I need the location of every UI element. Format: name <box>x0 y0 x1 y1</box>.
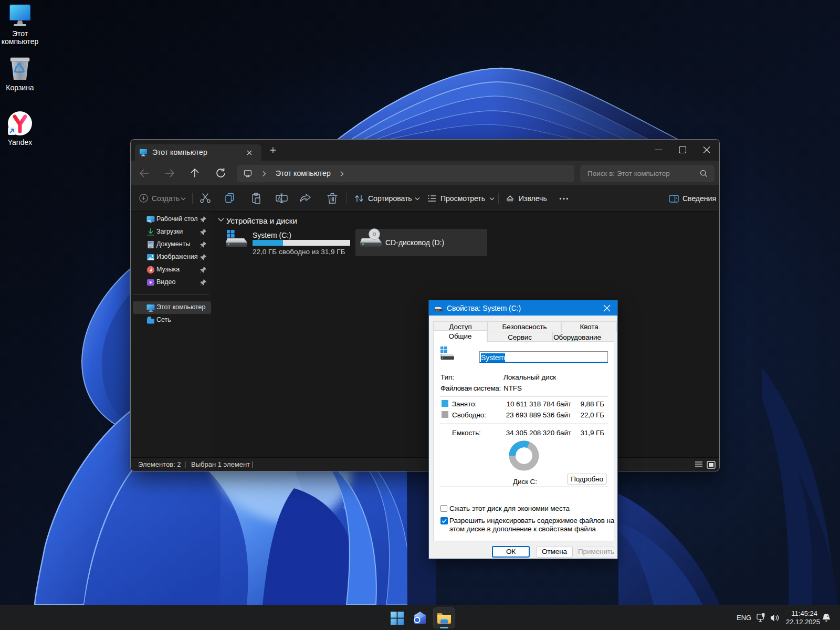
svg-text:z: z <box>827 614 829 617</box>
